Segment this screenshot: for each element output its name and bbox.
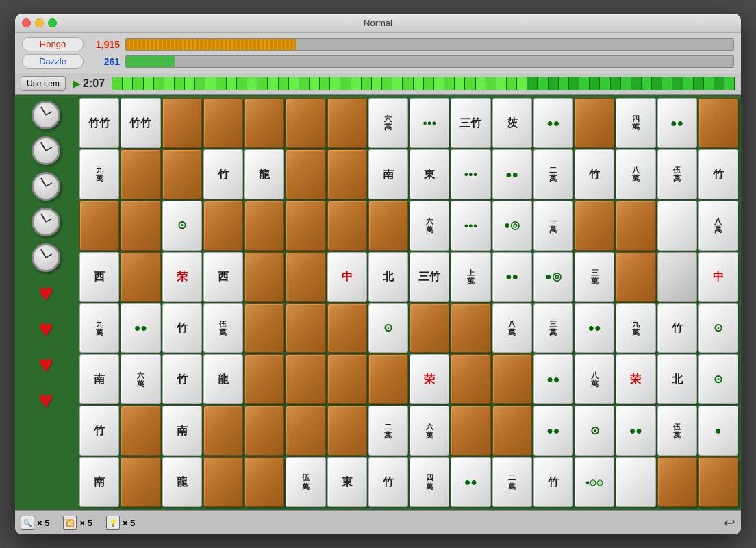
tile-r5-c3[interactable]: 龍 xyxy=(203,354,243,404)
tile-r7-c12[interactable]: ●◎◎ xyxy=(575,457,614,507)
tile-r0-c13[interactable]: 四 萬 xyxy=(616,98,655,148)
tile-r6-c4[interactable] xyxy=(244,406,284,456)
tile-r4-c13[interactable]: 九 萬 xyxy=(616,303,655,353)
tile-r4-c2[interactable]: 竹 xyxy=(162,303,202,353)
tile-r0-c2[interactable] xyxy=(162,98,202,148)
tile-r4-c7[interactable]: ⊙ xyxy=(368,303,408,353)
heart-item-4[interactable]: ♥ xyxy=(29,383,63,417)
tile-r0-c10[interactable]: 茨 xyxy=(492,98,532,148)
tile-r1-c4[interactable]: 龍 xyxy=(244,149,284,199)
tile-r7-c2[interactable]: 龍 xyxy=(162,457,202,507)
tile-r0-c15[interactable] xyxy=(698,98,738,148)
tile-r2-c5[interactable] xyxy=(286,201,325,251)
tile-r4-c8[interactable] xyxy=(410,303,449,353)
tile-r7-c15[interactable] xyxy=(698,457,738,507)
tile-r6-c3[interactable] xyxy=(203,406,243,456)
tile-r3-c3[interactable]: 西 xyxy=(203,252,243,302)
tile-r2-c1[interactable] xyxy=(121,201,160,251)
clock-item-3[interactable] xyxy=(29,169,63,203)
tile-r4-c0[interactable]: 九 萬 xyxy=(79,303,119,353)
tile-r1-c1[interactable] xyxy=(121,149,160,199)
tile-r2-c10[interactable]: ●◎ xyxy=(492,201,532,251)
tile-r0-c8[interactable]: ●●● xyxy=(410,98,449,148)
tile-r2-c14[interactable] xyxy=(657,201,697,251)
tile-r6-c12[interactable]: ⊙ xyxy=(575,406,614,456)
tile-r2-c9[interactable]: ●●● xyxy=(451,201,490,251)
tile-r4-c14[interactable]: 竹 xyxy=(657,303,697,353)
tile-r6-c14[interactable]: 伍 萬 xyxy=(657,406,697,456)
tile-r2-c3[interactable] xyxy=(203,201,243,251)
tile-r6-c11[interactable]: ●● xyxy=(533,406,573,456)
tile-r6-c9[interactable] xyxy=(451,406,490,456)
clock-item-2[interactable] xyxy=(29,134,63,168)
tile-r5-c14[interactable]: 北 xyxy=(657,354,697,404)
tile-r0-c11[interactable]: ●● xyxy=(533,98,573,148)
tile-r0-c0[interactable]: 竹竹 xyxy=(79,98,119,148)
tile-r7-c13[interactable] xyxy=(616,457,655,507)
tile-r6-c8[interactable]: 六 萬 xyxy=(410,406,449,456)
tile-r0-c1[interactable]: 竹竹 xyxy=(121,98,160,148)
tile-r3-c13[interactable] xyxy=(616,252,655,302)
tile-r0-c7[interactable]: 六 萬 xyxy=(368,98,408,148)
tile-r1-c0[interactable]: 九 萬 xyxy=(79,149,119,199)
tile-r6-c1[interactable] xyxy=(121,406,160,456)
tile-r6-c7[interactable]: 二 萬 xyxy=(368,406,408,456)
tile-r5-c10[interactable] xyxy=(492,354,532,404)
tile-r5-c9[interactable] xyxy=(451,354,490,404)
use-item-button[interactable]: Use Item xyxy=(21,76,66,91)
tile-r2-c2[interactable]: ⊙ xyxy=(162,201,202,251)
tile-r3-c10[interactable]: ●● xyxy=(492,252,532,302)
tile-r4-c15[interactable]: ⊙ xyxy=(698,303,738,353)
tile-r1-c8[interactable]: 東 xyxy=(410,149,449,199)
tile-r7-c11[interactable]: 竹 xyxy=(533,457,573,507)
tile-r3-c12[interactable]: 三 萬 xyxy=(575,252,614,302)
heart-item-1[interactable]: ♥ xyxy=(29,276,63,310)
tile-r5-c4[interactable] xyxy=(244,354,284,404)
tile-r7-c3[interactable] xyxy=(203,457,243,507)
clock-item-4[interactable] xyxy=(29,205,63,239)
tile-r3-c5[interactable] xyxy=(286,252,325,302)
tile-r3-c8[interactable]: 三竹 xyxy=(410,252,449,302)
tile-r4-c6[interactable] xyxy=(327,303,367,353)
tile-r7-c5[interactable]: 伍 萬 xyxy=(286,457,325,507)
tile-r3-c14[interactable] xyxy=(657,252,697,302)
tile-r7-c0[interactable]: 南 xyxy=(79,457,119,507)
tile-r7-c7[interactable]: 竹 xyxy=(368,457,408,507)
tile-r4-c4[interactable] xyxy=(244,303,284,353)
tile-r2-c11[interactable]: 一 萬 xyxy=(533,201,573,251)
tile-r3-c11[interactable]: ●◎ xyxy=(533,252,573,302)
tile-r6-c13[interactable]: ●● xyxy=(616,406,655,456)
tile-r2-c6[interactable] xyxy=(327,201,367,251)
tile-r5-c13[interactable]: 荣 xyxy=(616,354,655,404)
tile-r1-c9[interactable]: ●●● xyxy=(451,149,490,199)
tile-r0-c5[interactable] xyxy=(286,98,325,148)
tile-r0-c6[interactable] xyxy=(327,98,367,148)
tile-r1-c7[interactable]: 南 xyxy=(368,149,408,199)
tile-r0-c3[interactable] xyxy=(203,98,243,148)
tile-r4-c5[interactable] xyxy=(286,303,325,353)
tile-r0-c14[interactable]: ●● xyxy=(657,98,697,148)
heart-item-2[interactable]: ♥ xyxy=(29,312,63,346)
tile-r7-c9[interactable]: ●● xyxy=(451,457,490,507)
tile-r6-c10[interactable] xyxy=(492,406,532,456)
tile-r7-c4[interactable] xyxy=(244,457,284,507)
tile-r3-c1[interactable] xyxy=(121,252,160,302)
tile-r1-c13[interactable]: 八 萬 xyxy=(616,149,655,199)
tile-r7-c8[interactable]: 四 萬 xyxy=(410,457,449,507)
tile-r7-c10[interactable]: 二 萬 xyxy=(492,457,532,507)
tile-r0-c9[interactable]: 三竹 xyxy=(451,98,490,148)
tile-r6-c6[interactable] xyxy=(327,406,367,456)
tile-r4-c9[interactable] xyxy=(451,303,490,353)
tile-r2-c4[interactable] xyxy=(244,201,284,251)
minimize-button[interactable] xyxy=(35,18,44,27)
clock-item-5[interactable] xyxy=(29,240,63,275)
clock-item-1[interactable] xyxy=(29,98,63,132)
tile-r3-c0[interactable]: 西 xyxy=(79,252,119,302)
tile-r3-c6[interactable]: 中 xyxy=(327,252,367,302)
tile-r6-c5[interactable] xyxy=(286,406,325,456)
tile-r2-c12[interactable] xyxy=(575,201,614,251)
tile-r4-c10[interactable]: 八 萬 xyxy=(492,303,532,353)
tile-r1-c15[interactable]: 竹 xyxy=(698,149,738,199)
tile-r0-c12[interactable] xyxy=(575,98,614,148)
tile-r1-c10[interactable]: ●● xyxy=(492,149,532,199)
